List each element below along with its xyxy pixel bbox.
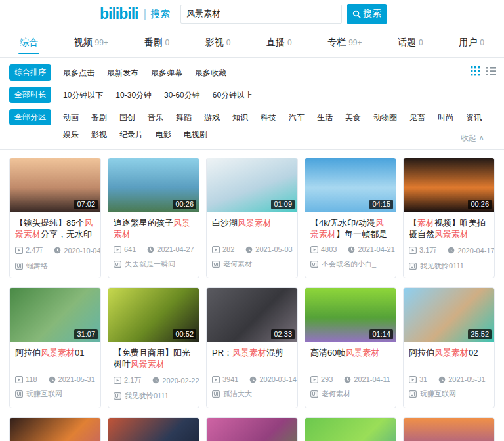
uploader-name[interactable]: 蝈舞络 [26,261,48,271]
filter-option[interactable]: 最多弹幕 [151,68,182,79]
video-title[interactable]: 阿拉伯风景素材02 [409,347,489,369]
tab-7[interactable]: 用户 0 [459,28,484,58]
video-card[interactable]: 07:02 【镜头提纯】85个风景素材分享，无水印无字幕/1080P 2.4万 [9,158,101,278]
video-thumbnail[interactable]: 00:26 [404,158,494,212]
tab-5[interactable]: 专栏 99+ [327,28,362,58]
video-meta: 3.1万 2020-04-17 [409,245,489,255]
uploader-name[interactable]: 玩赚互联网 [420,389,456,399]
filter-badge[interactable]: 综合排序 [9,64,51,81]
filter-badge[interactable]: 全部时长 [9,87,51,103]
video-card[interactable]: 01:14 高清60帧风景素材 293 2021-04-11 [304,287,396,408]
tab-4[interactable]: 直播 0 [266,28,292,58]
video-thumbnail[interactable]: 01:09 [207,158,297,212]
video-thumbnail[interactable]: 04:58 [404,418,494,441]
filter-option[interactable]: 娱乐 [63,129,79,140]
filter-row: 全部时长 10分钟以下10-30分钟30-60分钟60分钟以上 [9,87,495,103]
filter-option[interactable]: 鬼畜 [410,112,425,123]
filter-option[interactable]: 美食 [345,112,361,123]
bilibili-logo[interactable]: bilibili [100,5,138,23]
video-title[interactable]: 白沙湖风景素材 [212,217,292,240]
video-card[interactable]: 01:09 白沙湖风景素材 282 2021-05-03 [206,158,298,278]
filter-badge[interactable]: 全部分区 [9,109,51,125]
video-thumbnail[interactable]: 01:24 [305,418,396,441]
filter-option[interactable]: 最新发布 [107,68,138,79]
video-card[interactable]: 02:33 PR：风景素材混剪 3941 2020-03-14 [206,287,298,408]
filter-option[interactable]: 国创 [119,112,135,123]
collapse-link[interactable]: 收起 ∧ [461,133,484,144]
filter-option[interactable]: 动物圈 [373,112,397,123]
tab-0[interactable]: 综合 [20,28,38,58]
video-card[interactable]: 31:07 阿拉伯风景素材01 118 2021-05-31 [9,287,101,408]
uploader-name[interactable]: 我见犹怜0111 [125,391,169,401]
filter-option[interactable]: 电视剧 [184,129,207,140]
list-view-icon[interactable] [486,66,496,76]
video-title[interactable]: 追逐繁星的孩子风景素材 [114,217,194,240]
filter-option[interactable]: 资讯 [466,112,482,123]
grid-view-icon[interactable] [471,66,480,76]
video-thumbnail[interactable]: 07:02 [10,158,100,212]
uploader-name[interactable]: 孤洁大大 [223,389,252,399]
video-thumbnail[interactable]: 31:07 [10,288,100,342]
uploader-name[interactable]: 老何素材 [223,259,252,269]
uploader-name[interactable]: 老何素材 [322,389,350,399]
filter-option[interactable]: 最多点击 [63,68,94,79]
search-input[interactable] [180,5,342,24]
video-card[interactable]: 04:15 【4k/无水印/动漫风景素材】每一帧都是壁纸（需要 4803 [304,158,396,278]
video-title[interactable]: 【4k/无水印/动漫风景素材】每一帧都是壁纸（需要 [310,217,390,240]
video-card[interactable]: 06:00 风景素材 [206,417,298,441]
filter-option[interactable]: 知识 [232,112,248,123]
filter-option[interactable]: 生活 [317,112,333,123]
filter-option[interactable]: 10-30分钟 [116,90,152,101]
tab-3[interactable]: 影视 0 [205,28,231,58]
video-thumbnail[interactable]: 03:04 [108,418,199,441]
video-title[interactable]: 【镜头提纯】85个风景素材分享，无水印无字幕/1080P [15,217,95,240]
video-card[interactable]: 03:04 独自的成长，独自的生活，独自的走在长大的路上，会 [108,417,200,441]
filter-option[interactable]: 音乐 [148,112,163,123]
filter-option[interactable]: 10分钟以下 [63,90,103,101]
video-thumbnail[interactable]: 00:26 [108,158,199,212]
video-thumbnail[interactable]: 06:00 [207,418,297,441]
video-thumbnail[interactable]: 04:15 [305,158,396,212]
play-count-icon [212,376,220,383]
filter-option[interactable]: 动画 [63,112,79,123]
video-thumbnail[interactable]: 00:52 [108,288,199,342]
filter-option[interactable]: 纪录片 [119,129,143,140]
filter-option[interactable]: 60分钟以上 [213,90,253,101]
video-card[interactable]: 01:24 风景素材 [304,417,396,441]
filter-option[interactable]: 时尚 [438,112,453,123]
video-title[interactable]: 高清60帧风景素材 [310,347,390,369]
uploader-name[interactable]: 玩赚互联网 [26,389,62,399]
uploader-name[interactable]: 不会取名的小白_ [322,259,376,269]
search-button[interactable]: 搜索 [347,4,387,24]
video-card[interactable]: 00:52 【免费且商用】阳光树叶风景素材 2.1万 2020-02 [108,287,200,408]
tab-6[interactable]: 话题 0 [398,28,423,58]
video-title[interactable]: 阿拉伯风景素材01 [15,347,95,369]
video-thumbnail[interactable]: 25:52 [404,288,494,342]
video-title[interactable]: 【免费且商用】阳光树叶风景素材 [114,347,194,369]
tab-1[interactable]: 视频 99+ [74,28,108,58]
video-title[interactable]: PR：风景素材混剪 [212,347,292,369]
video-card[interactable]: 00:26 追逐繁星的孩子风景素材 641 2021-04-27 [108,158,200,278]
filter-option[interactable]: 番剧 [91,112,107,123]
filter-option[interactable]: 最多收藏 [195,68,226,79]
video-thumbnail[interactable]: 02:33 [207,288,297,342]
filter-option[interactable]: 舞蹈 [176,112,192,123]
filter-option[interactable]: 30-60分钟 [164,90,200,101]
video-thumbnail[interactable]: 02:20 [10,418,100,441]
video-card[interactable]: 02:20 可商用视频素材之唯美晨光花朵向日葵清新花卉文艺自 [9,417,101,441]
video-card[interactable]: 04:58 （国漫）】需要自取（看简 [403,417,495,441]
video-card[interactable]: 00:26 【素材视频】唯美拍摄自然风景素材 3.1万 2020-0 [403,158,495,278]
tab-2[interactable]: 番剧 0 [144,28,169,58]
uploader-name[interactable]: 我见犹怜0111 [420,261,464,271]
video-title[interactable]: 【素材视频】唯美拍摄自然风景素材 [409,217,489,240]
uploader-name[interactable]: 失去就是一瞬间 [125,259,175,269]
filter-option[interactable]: 电影 [156,129,171,140]
filter-option[interactable]: 汽车 [289,112,304,123]
filter-option[interactable]: 科技 [261,112,276,123]
video-card[interactable]: 25:52 阿拉伯风景素材02 31 2021-05-31 [403,287,495,408]
video-thumbnail[interactable]: 01:14 [305,288,396,342]
filter-option[interactable]: 游戏 [204,112,220,123]
filter-option[interactable]: 影视 [91,129,107,140]
view-toggles [471,66,496,76]
view-count: 641 [124,245,136,253]
